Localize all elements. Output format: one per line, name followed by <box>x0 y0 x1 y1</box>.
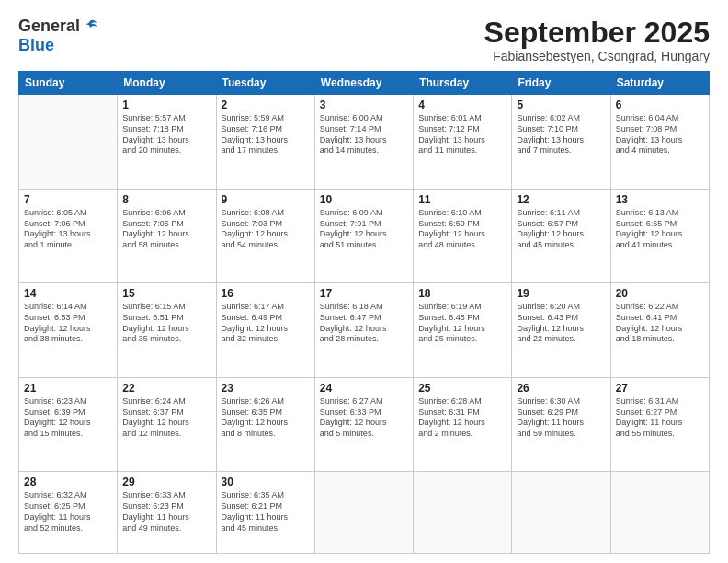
cell-info-3-0: Sunrise: 6:23 AM Sunset: 6:39 PM Dayligh… <box>24 396 112 440</box>
day-num-22: 22 <box>122 381 210 396</box>
day-num-3: 3 <box>320 98 408 112</box>
day-num-27: 27 <box>616 381 704 396</box>
cell-info-2-6: Sunrise: 6:22 AM Sunset: 6:41 PM Dayligh… <box>616 302 704 345</box>
cell-1-3: 10Sunrise: 6:09 AM Sunset: 7:01 PM Dayli… <box>314 189 413 283</box>
cell-info-1-2: Sunrise: 6:08 AM Sunset: 7:03 PM Dayligh… <box>222 208 310 251</box>
cell-2-6: 20Sunrise: 6:22 AM Sunset: 6:41 PM Dayli… <box>610 283 709 378</box>
cell-info-4-2: Sunrise: 6:35 AM Sunset: 6:21 PM Dayligh… <box>222 490 310 534</box>
cell-info-0-5: Sunrise: 6:02 AM Sunset: 7:10 PM Dayligh… <box>517 113 605 156</box>
cell-4-0: 28Sunrise: 6:32 AM Sunset: 6:25 PM Dayli… <box>19 472 118 554</box>
cell-0-3: 3Sunrise: 6:00 AM Sunset: 7:14 PM Daylig… <box>314 95 413 190</box>
cell-info-2-5: Sunrise: 6:20 AM Sunset: 6:43 PM Dayligh… <box>517 302 605 345</box>
cell-info-3-2: Sunrise: 6:26 AM Sunset: 6:35 PM Dayligh… <box>222 396 310 440</box>
day-num-15: 15 <box>122 286 210 301</box>
cell-0-5: 5Sunrise: 6:02 AM Sunset: 7:10 PM Daylig… <box>512 95 610 190</box>
col-friday: Friday <box>512 72 610 95</box>
cell-2-3: 17Sunrise: 6:18 AM Sunset: 6:47 PM Dayli… <box>314 283 413 378</box>
cell-info-3-1: Sunrise: 6:24 AM Sunset: 6:37 PM Dayligh… <box>122 396 210 440</box>
cell-4-2: 30Sunrise: 6:35 AM Sunset: 6:21 PM Dayli… <box>216 472 314 554</box>
cell-3-5: 26Sunrise: 6:30 AM Sunset: 6:29 PM Dayli… <box>512 377 610 472</box>
day-num-9: 9 <box>222 192 310 207</box>
cell-info-0-4: Sunrise: 6:01 AM Sunset: 7:12 PM Dayligh… <box>418 113 506 156</box>
logo: General Blue <box>18 17 98 55</box>
cell-info-1-3: Sunrise: 6:09 AM Sunset: 7:01 PM Dayligh… <box>320 208 408 251</box>
cell-info-1-5: Sunrise: 6:11 AM Sunset: 6:57 PM Dayligh… <box>517 208 605 251</box>
page: General Blue September 2025 Fabiansebest… <box>0 0 728 563</box>
week-row-2: 7Sunrise: 6:05 AM Sunset: 7:06 PM Daylig… <box>19 189 710 283</box>
cell-info-3-3: Sunrise: 6:27 AM Sunset: 6:33 PM Dayligh… <box>320 396 408 440</box>
cell-2-0: 14Sunrise: 6:14 AM Sunset: 6:53 PM Dayli… <box>19 283 118 378</box>
title-block: September 2025 Fabiansebestyen, Csongrad… <box>484 17 710 63</box>
day-num-10: 10 <box>320 192 408 207</box>
cell-2-2: 16Sunrise: 6:17 AM Sunset: 6:49 PM Dayli… <box>216 283 314 378</box>
day-num-5: 5 <box>517 98 605 112</box>
cell-3-2: 23Sunrise: 6:26 AM Sunset: 6:35 PM Dayli… <box>216 377 314 472</box>
day-num-13: 13 <box>616 192 704 207</box>
cell-1-6: 13Sunrise: 6:13 AM Sunset: 6:55 PM Dayli… <box>610 189 709 283</box>
day-num-1: 1 <box>122 98 210 112</box>
day-num-19: 19 <box>517 286 605 301</box>
cell-0-0 <box>19 95 118 190</box>
cell-info-2-3: Sunrise: 6:18 AM Sunset: 6:47 PM Dayligh… <box>320 302 408 345</box>
cell-1-4: 11Sunrise: 6:10 AM Sunset: 6:59 PM Dayli… <box>414 189 512 283</box>
day-num-23: 23 <box>222 381 310 396</box>
cell-4-4 <box>414 472 512 554</box>
day-num-28: 28 <box>24 475 112 489</box>
cell-3-6: 27Sunrise: 6:31 AM Sunset: 6:27 PM Dayli… <box>610 377 709 472</box>
day-num-30: 30 <box>222 475 310 489</box>
cell-info-2-2: Sunrise: 6:17 AM Sunset: 6:49 PM Dayligh… <box>222 302 310 345</box>
day-num-2: 2 <box>222 98 310 112</box>
day-num-25: 25 <box>418 381 506 396</box>
day-num-4: 4 <box>418 98 506 112</box>
cell-1-1: 8Sunrise: 6:06 AM Sunset: 7:05 PM Daylig… <box>118 189 216 283</box>
cell-info-1-1: Sunrise: 6:06 AM Sunset: 7:05 PM Dayligh… <box>122 208 210 251</box>
col-monday: Monday <box>118 72 216 95</box>
week-row-5: 28Sunrise: 6:32 AM Sunset: 6:25 PM Dayli… <box>19 472 710 554</box>
cell-4-1: 29Sunrise: 6:33 AM Sunset: 6:23 PM Dayli… <box>118 472 216 554</box>
cell-1-0: 7Sunrise: 6:05 AM Sunset: 7:06 PM Daylig… <box>19 189 118 283</box>
cell-0-4: 4Sunrise: 6:01 AM Sunset: 7:12 PM Daylig… <box>414 95 512 190</box>
day-num-17: 17 <box>320 286 408 301</box>
cell-2-1: 15Sunrise: 6:15 AM Sunset: 6:51 PM Dayli… <box>118 283 216 378</box>
col-thursday: Thursday <box>414 72 512 95</box>
cell-0-2: 2Sunrise: 5:59 AM Sunset: 7:16 PM Daylig… <box>216 95 314 190</box>
calendar-table: Sunday Monday Tuesday Wednesday Thursday… <box>18 71 710 554</box>
cell-info-0-6: Sunrise: 6:04 AM Sunset: 7:08 PM Dayligh… <box>616 113 704 156</box>
cell-4-6 <box>610 472 709 554</box>
week-row-4: 21Sunrise: 6:23 AM Sunset: 6:39 PM Dayli… <box>19 377 710 472</box>
cell-1-2: 9Sunrise: 6:08 AM Sunset: 7:03 PM Daylig… <box>216 189 314 283</box>
cell-4-3 <box>314 472 413 554</box>
cell-1-5: 12Sunrise: 6:11 AM Sunset: 6:57 PM Dayli… <box>512 189 610 283</box>
col-tuesday: Tuesday <box>216 72 314 95</box>
cell-info-3-5: Sunrise: 6:30 AM Sunset: 6:29 PM Dayligh… <box>517 396 605 440</box>
cell-info-4-0: Sunrise: 6:32 AM Sunset: 6:25 PM Dayligh… <box>24 490 112 534</box>
day-num-29: 29 <box>122 475 210 489</box>
cell-0-1: 1Sunrise: 5:57 AM Sunset: 7:18 PM Daylig… <box>118 95 216 190</box>
day-num-20: 20 <box>616 286 704 301</box>
day-num-14: 14 <box>24 286 112 301</box>
cell-2-4: 18Sunrise: 6:19 AM Sunset: 6:45 PM Dayli… <box>414 283 512 378</box>
cell-3-3: 24Sunrise: 6:27 AM Sunset: 6:33 PM Dayli… <box>314 377 413 472</box>
day-num-6: 6 <box>616 98 704 112</box>
cell-info-0-3: Sunrise: 6:00 AM Sunset: 7:14 PM Dayligh… <box>320 113 408 156</box>
cell-info-1-6: Sunrise: 6:13 AM Sunset: 6:55 PM Dayligh… <box>616 208 704 251</box>
day-num-7: 7 <box>24 192 112 207</box>
header: General Blue September 2025 Fabiansebest… <box>18 17 710 63</box>
cell-info-2-1: Sunrise: 6:15 AM Sunset: 6:51 PM Dayligh… <box>122 302 210 345</box>
day-num-21: 21 <box>24 381 112 396</box>
cell-info-4-1: Sunrise: 6:33 AM Sunset: 6:23 PM Dayligh… <box>122 490 210 534</box>
cell-2-5: 19Sunrise: 6:20 AM Sunset: 6:43 PM Dayli… <box>512 283 610 378</box>
cell-info-0-1: Sunrise: 5:57 AM Sunset: 7:18 PM Dayligh… <box>122 113 210 156</box>
day-num-12: 12 <box>517 192 605 207</box>
day-num-8: 8 <box>122 192 210 207</box>
cell-info-0-2: Sunrise: 5:59 AM Sunset: 7:16 PM Dayligh… <box>222 113 310 156</box>
week-row-1: 1Sunrise: 5:57 AM Sunset: 7:18 PM Daylig… <box>19 95 710 190</box>
cell-info-3-4: Sunrise: 6:28 AM Sunset: 6:31 PM Dayligh… <box>418 396 506 440</box>
day-num-16: 16 <box>222 286 310 301</box>
cell-info-1-4: Sunrise: 6:10 AM Sunset: 6:59 PM Dayligh… <box>418 208 506 251</box>
cell-3-0: 21Sunrise: 6:23 AM Sunset: 6:39 PM Dayli… <box>19 377 118 472</box>
week-row-3: 14Sunrise: 6:14 AM Sunset: 6:53 PM Dayli… <box>19 283 710 378</box>
logo-blue-text: Blue <box>18 36 54 55</box>
month-title: September 2025 <box>484 17 710 49</box>
logo-general-text: General <box>18 17 80 36</box>
